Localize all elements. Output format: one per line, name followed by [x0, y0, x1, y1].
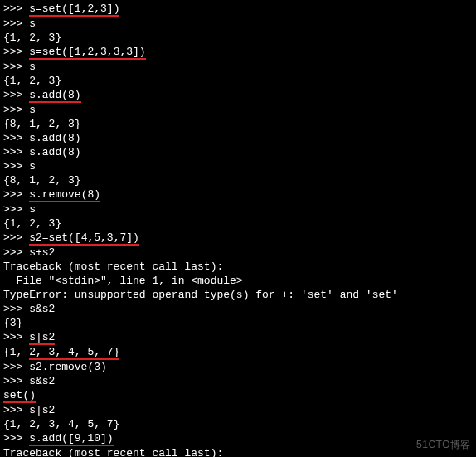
- terminal[interactable]: >>> s=set([1,2,3]) >>> s {1, 2, 3} >>> s…: [3, 2, 473, 457]
- repl-output: {3}: [3, 316, 473, 330]
- code-underlined: s.add(8): [29, 90, 80, 103]
- repl-line: >>> s.add(8): [3, 88, 473, 103]
- repl-line: >>> s2=set([4,5,3,7]): [3, 231, 473, 246]
- repl-line: >>> s&s2: [3, 374, 473, 388]
- repl-line: >>> s|s2: [3, 330, 473, 345]
- code-underlined: s=set([1,2,3]): [29, 3, 119, 17]
- error-line: TypeError: unsupported operand type(s) f…: [3, 288, 473, 302]
- traceback-line: Traceback (most recent call last):: [3, 260, 473, 274]
- repl-line: >>> s: [3, 17, 473, 31]
- repl-line: >>> s.add([9,10]): [3, 431, 473, 446]
- repl-output: {1, 2, 3}: [3, 74, 473, 88]
- repl-output: {1, 2, 3}: [3, 31, 473, 45]
- repl-output: {8, 1, 2, 3}: [3, 173, 473, 187]
- repl-line: >>> s=set([1,2,3,3,3]): [3, 45, 473, 60]
- repl-line: >>> s.add(8): [3, 145, 473, 159]
- output-underlined: set(): [3, 390, 36, 403]
- repl-output: set(): [3, 388, 473, 403]
- repl-line: >>> s: [3, 202, 473, 216]
- repl-line: >>> s.remove(8): [3, 187, 473, 202]
- repl-line: >>> s: [3, 60, 473, 74]
- watermark: 51CTO博客: [416, 438, 471, 452]
- repl-output: {8, 1, 2, 3}: [3, 117, 473, 131]
- output-underlined: 2, 3, 4, 5, 7}: [29, 347, 119, 360]
- repl-line: >>> s=set([1,2,3]): [3, 2, 473, 17]
- repl-line: >>> s.add(8): [3, 131, 473, 145]
- repl-output: {1, 2, 3}: [3, 216, 473, 231]
- repl-line: >>> s&s2: [3, 302, 473, 316]
- code-underlined: s=set([1,2,3,3,3]): [29, 46, 145, 60]
- repl-output: {1, 2, 3, 4, 5, 7}: [3, 345, 473, 360]
- traceback-line: File "<stdin>", line 1, in <module>: [3, 274, 473, 288]
- code-underlined: s.remove(8): [29, 189, 100, 202]
- repl-line: >>> s|s2: [3, 403, 473, 417]
- repl-output: {1, 2, 3, 4, 5, 7}: [3, 417, 473, 431]
- traceback-line: Traceback (most recent call last):: [3, 446, 473, 457]
- code-underlined: s2=set([4,5,3,7]): [29, 232, 139, 246]
- repl-line: >>> s: [3, 103, 473, 117]
- code-underlined: s.add([9,10]): [29, 433, 113, 446]
- repl-line: >>> s2.remove(3): [3, 360, 473, 374]
- repl-line: >>> s+s2: [3, 246, 473, 260]
- repl-line: >>> s: [3, 159, 473, 173]
- code-underlined: s|s2: [29, 332, 55, 345]
